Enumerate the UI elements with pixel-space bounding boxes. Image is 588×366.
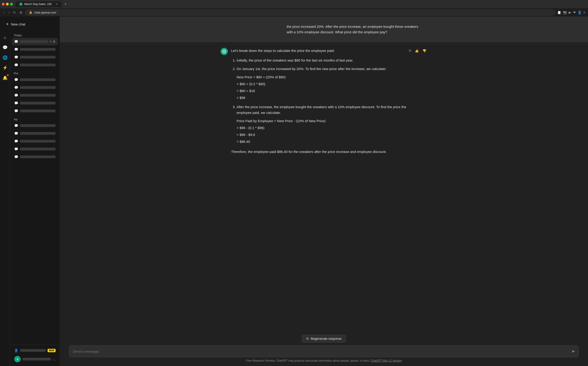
disclaimer: Free Research Preview. ChatGPT may produ… (69, 359, 579, 362)
chat-item-text-active (20, 40, 48, 43)
chat-item-p1[interactable]: 💬 (12, 76, 58, 83)
active-tab[interactable]: March Dog Sales: 100 ✕ (16, 1, 61, 7)
sidebar: + New chat ⌂ 💬 🌐 ⚡ 🔔 Today (0, 16, 60, 366)
calc-block-2: New Price = $80 + (20% of $80) = $80 + (… (237, 74, 408, 101)
ext-icon-4[interactable]: ❤ (573, 11, 576, 14)
regenerate-button[interactable]: ↻ Regenerate response (302, 335, 346, 343)
grid-button[interactable]: ⊞ (19, 10, 23, 15)
tab-close-button[interactable]: ✕ (56, 3, 58, 6)
calc-2-1: New Price = $80 + (20% of $80) (237, 74, 408, 81)
new-chat-button[interactable]: + New chat (3, 19, 57, 29)
browser-chrome: March Dog Sales: 100 ✕ + ‹ › ↻ ⊞ 🔒 chat.… (0, 0, 588, 16)
input-area: ➤ (69, 345, 579, 357)
ext-icon-3[interactable]: ▶ (569, 11, 571, 14)
chat-item-text-p1 (20, 78, 56, 81)
disclaimer-text: Free Research Preview. ChatGPT may produ… (246, 359, 370, 362)
thumbdown-button[interactable]: 👎 (421, 48, 427, 53)
chat-item-p2[interactable]: 💬 (12, 84, 58, 91)
user-name-text (20, 349, 46, 352)
calc-3-1: Price Paid by Employee = New Price - (10… (237, 118, 408, 124)
sidebar-icon-alert[interactable]: 🔔 (0, 73, 10, 83)
calc-3-4: = $86.40 (237, 138, 408, 145)
user-icon: 👤 (14, 349, 18, 352)
chat-icon-a3: 💬 (14, 139, 18, 143)
gpt-avatar (221, 48, 228, 55)
chat-icon-a1: 💬 (14, 124, 18, 127)
traffic-light-red[interactable] (2, 3, 5, 6)
chat-item-2[interactable]: 💬 (12, 53, 58, 61)
assistant-message-container: Let's break down the steps to calculate … (60, 42, 588, 160)
user-message-bubble: the price increased 20%. After the price… (283, 21, 427, 38)
chat-item-active[interactable]: 💬 ✎ 🗑 (12, 38, 58, 45)
sidebar-icon-home[interactable]: ⌂ (0, 33, 10, 42)
chat-item-text-2 (20, 56, 56, 59)
section-today-label: Today (12, 31, 58, 38)
address-text: chat.openai.com (34, 11, 56, 14)
user-message-truncated: the price increased 20%. After the price… (60, 16, 588, 42)
forward-button[interactable]: › (8, 10, 11, 15)
chat-item-text-a5 (20, 155, 56, 158)
new-chat-label: New chat (11, 22, 25, 26)
chat-icon-p3: 💬 (14, 93, 18, 97)
send-button[interactable]: ➤ (572, 349, 575, 354)
assistant-message-inner: Let's break down the steps to calculate … (221, 48, 427, 154)
edit-icon[interactable]: ✎ (50, 40, 52, 43)
chat-item-3[interactable]: 💬 (12, 61, 58, 69)
step-2: On January 1st, the price increased by 2… (237, 66, 408, 101)
chat-item-text-p5 (20, 109, 56, 112)
chat-item-a4[interactable]: 💬 (12, 145, 58, 153)
profile-icon[interactable]: 👤 (578, 11, 581, 14)
user-item-bottom[interactable]: a ... (12, 354, 58, 364)
message-actions: ⧉ 👍 👎 (408, 48, 427, 53)
address-bar[interactable]: 🔒 chat.openai.com (25, 10, 555, 15)
chat-icon-p5: 💬 (14, 109, 18, 113)
user-avatar: a (14, 356, 21, 362)
user-item-new[interactable]: 👤 NEW (12, 347, 58, 354)
sidebar-top: + New chat (0, 16, 60, 31)
steps-list: Initially, the price of the sneakers was… (231, 57, 408, 145)
chat-messages: the price increased 20%. After the price… (60, 16, 588, 332)
chat-icon-2: 💬 (14, 55, 18, 59)
chat-icon-active: 💬 (14, 40, 18, 43)
more-dots-button[interactable]: ... (53, 357, 56, 361)
chat-item-text-a4 (20, 148, 56, 150)
traffic-light-yellow[interactable] (6, 3, 9, 6)
copy-button[interactable]: ⧉ (408, 48, 412, 53)
ext-icon-2[interactable]: 📷 (563, 11, 567, 14)
sidebar-icon-chat[interactable]: 💬 (0, 43, 10, 52)
reload-button[interactable]: ↻ (12, 10, 17, 15)
chat-item-p5[interactable]: 💬 (12, 107, 58, 114)
main-content: the price increased 20%. After the price… (60, 16, 588, 366)
thumbup-button[interactable]: 👍 (414, 48, 420, 53)
chat-icon-p1: 💬 (14, 78, 18, 82)
new-tab-button[interactable]: + (62, 2, 69, 7)
step-1: Initially, the price of the sneakers was… (237, 57, 408, 63)
chat-item-text-a1 (20, 124, 56, 127)
chat-item-text-a2 (20, 132, 56, 135)
sidebar-icon-explore[interactable]: 🌐 (0, 53, 10, 62)
calc-2-2: = $80 + (0.2 * $80) (237, 81, 408, 87)
chat-item-actions: ✎ 🗑 (50, 40, 56, 43)
chat-item-a2[interactable]: 💬 (12, 130, 58, 137)
disclaimer-link[interactable]: ChatGPT May 12 Version (370, 359, 402, 362)
chat-item-a1[interactable]: 💬 (12, 122, 58, 129)
delete-icon[interactable]: 🗑 (53, 40, 56, 43)
calc-3-3: = $96 - $9.6 (237, 131, 408, 138)
chat-item-text-p3 (20, 94, 56, 97)
chat-item-p4[interactable]: 💬 (12, 99, 58, 107)
new-badge: NEW (47, 349, 56, 352)
back-button[interactable]: ‹ (3, 10, 6, 15)
chat-icon-p2: 💬 (14, 86, 18, 89)
menu-icon[interactable]: ≡ (583, 11, 585, 14)
chat-item-1[interactable]: 💬 (12, 46, 58, 53)
chat-item-a3[interactable]: 💬 (12, 137, 58, 145)
chat-item-p3[interactable]: 💬 (12, 92, 58, 99)
traffic-light-green[interactable] (10, 3, 13, 6)
sidebar-icon-bolt[interactable]: ⚡ (0, 63, 10, 72)
calc-2-3: = $80 + $16 (237, 87, 408, 94)
chat-input[interactable] (73, 350, 570, 353)
regenerate-label: Regenerate response (311, 337, 342, 341)
chat-item-a5[interactable]: 💬 (12, 153, 58, 160)
chat-item-text-a3 (20, 140, 56, 143)
ext-icon-1[interactable]: 📋 (557, 11, 561, 14)
